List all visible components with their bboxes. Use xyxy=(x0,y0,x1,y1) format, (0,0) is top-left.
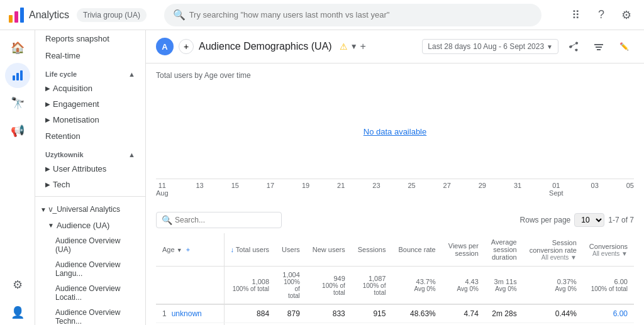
x-label-6: 23 xyxy=(372,182,380,197)
share-icon-button[interactable] xyxy=(564,36,584,57)
account-chip[interactable]: Trivia group (UA) xyxy=(77,8,147,22)
col-header-age[interactable]: Age ▼ + xyxy=(156,233,224,267)
add-comparison-icon[interactable]: + xyxy=(360,41,366,52)
cell-sessions: 49 xyxy=(352,323,392,326)
date-range-picker[interactable]: Last 28 days 10 Aug - 6 Sept 2023 ▼ xyxy=(422,39,558,54)
sidebar-group-tech[interactable]: ▶ Tech xyxy=(35,177,145,192)
sidebar-group-monetisation[interactable]: ▶ Monetisation xyxy=(35,112,145,128)
help-icon-button[interactable]: ? xyxy=(591,5,611,25)
add-report-button[interactable]: + xyxy=(179,39,194,54)
nav-reports-icon[interactable] xyxy=(5,63,30,88)
sidebar-group-engagement[interactable]: ▶ Engagement xyxy=(35,96,145,112)
col-header-conversion-rate[interactable]: Sessionconversion rateAll events ▼ xyxy=(523,233,583,267)
nav-home-icon[interactable]: 🏠 xyxy=(5,35,30,60)
sidebar-v-universal-label: v_Universal Analytics xyxy=(49,205,120,214)
table-search[interactable]: 🔍 xyxy=(156,212,282,228)
chevron-down-icon: ▼ xyxy=(177,247,182,253)
x-label-13: 05 xyxy=(626,182,634,197)
nav-configure-icon[interactable]: ⚙ xyxy=(5,272,30,297)
col-header-new-users[interactable]: New users xyxy=(306,233,352,267)
chart-x-axis: 11Aug 13 15 17 19 21 23 25 27 29 31 01Se… xyxy=(156,179,634,199)
cell-age[interactable]: unknown xyxy=(172,309,202,318)
cell-total-users: 38 xyxy=(224,323,275,326)
chevron-right-icon: ▶ xyxy=(45,101,50,107)
cell-bounce-rate: 16.33% xyxy=(392,323,441,326)
col-header-total-users[interactable]: ↓ Total users xyxy=(224,233,275,267)
sidebar-acquisition-label: Acquisition xyxy=(53,84,92,93)
grid-icon-button[interactable]: ⠿ xyxy=(566,5,586,25)
x-label-5: 21 xyxy=(337,182,345,197)
topbar-icons: ⠿ ? ⚙ xyxy=(566,5,636,25)
col-header-avg-session[interactable]: Averagesessionduration xyxy=(485,233,523,267)
cell-views-per-session: 4.74 xyxy=(442,304,485,323)
chevron-right-icon: ▶ xyxy=(45,116,50,123)
customize-icon-button[interactable] xyxy=(589,36,609,57)
sidebar-item-reports-snapshot[interactable]: Reports snapshot xyxy=(35,30,145,47)
cell-users: 879 xyxy=(275,304,306,323)
rows-per-page-label: Rows per page xyxy=(520,216,571,224)
sidebar-lifecycle-collapse[interactable]: ▲ xyxy=(128,70,135,78)
report-title-actions: ⚠ ▼ + xyxy=(340,41,366,52)
chevron-right-icon: ▶ xyxy=(45,181,50,188)
search-bar[interactable]: 🔍 xyxy=(164,4,541,26)
col-header-conversions[interactable]: ConversionsAll events ▼ xyxy=(583,233,634,267)
col-header-bounce-rate[interactable]: Bounce rate xyxy=(392,233,441,267)
nav-advertising-icon[interactable]: 📢 xyxy=(5,118,30,143)
cell-new-users: 31 xyxy=(306,323,352,326)
sidebar-group-acquisition[interactable]: ▶ Acquisition xyxy=(35,80,145,96)
sidebar-monetisation-label: Monetisation xyxy=(53,115,99,124)
sidebar-retention-label: Retention xyxy=(45,131,80,141)
sidebar-item-real-time[interactable]: Real-time xyxy=(35,47,145,64)
settings-icon-button[interactable]: ⚙ xyxy=(616,5,636,25)
x-label-12: 03 xyxy=(591,182,599,197)
date-range-label: Last 28 days xyxy=(428,42,470,51)
sidebar-deep-audience-overview[interactable]: Audience Overview (UA) xyxy=(35,233,145,257)
total-views-per-session: 4.43 Avg 0% xyxy=(442,267,485,305)
sidebar-v-universal-header[interactable]: ▼ v_Universal Analytics xyxy=(35,201,145,218)
nav-admin-icon[interactable]: 👤 xyxy=(5,300,30,325)
sidebar-section-user: Uzytkownik ▲ xyxy=(35,145,145,161)
cell-total-users: 884 xyxy=(224,304,275,323)
svg-rect-2 xyxy=(20,8,24,23)
col-header-sessions[interactable]: Sessions xyxy=(352,233,392,267)
table-totals-row: 1,008 100% of total 1,004 100% of total … xyxy=(156,267,634,305)
rows-per-page-select[interactable]: 10 25 50 xyxy=(574,213,604,227)
total-avg-session: 3m 11s Avg 0% xyxy=(485,267,523,305)
col-header-users[interactable]: Users xyxy=(275,233,306,267)
chevron-down-icon: ▼ xyxy=(48,222,54,229)
x-label-9: 29 xyxy=(479,182,486,197)
search-input[interactable] xyxy=(189,10,533,19)
col-header-views-per-session[interactable]: Views persession xyxy=(442,233,485,267)
cell-users: 38 xyxy=(275,323,306,326)
nav-explore-icon[interactable]: 🔭 xyxy=(5,91,30,116)
chevron-down-icon[interactable]: ▼ xyxy=(350,42,358,51)
sidebar-engagement-label: Engagement xyxy=(53,99,99,109)
sidebar-deep-audience-tech[interactable]: Audience Overview Techn... xyxy=(35,305,145,325)
sidebar-deep-audience-location[interactable]: Audience Overview Locati... xyxy=(35,281,145,305)
pencil-icon-button[interactable]: ✏️ xyxy=(614,36,634,57)
sidebar-group-user-attributes[interactable]: ▶ User Attributes xyxy=(35,161,145,177)
sidebar-item-retention[interactable]: Retention xyxy=(35,128,145,145)
cell-conversions: 0.00 xyxy=(583,323,634,326)
sidebar-group-audience-ua[interactable]: ▼ Audience (UA) xyxy=(35,218,145,233)
no-data-text[interactable]: No data available xyxy=(364,127,426,136)
search-icon: 🔍 xyxy=(173,9,186,21)
cell-num-age: 235-44 xyxy=(156,323,224,326)
report-header: A + Audience Demographics (UA) ⚠ ▼ + Las… xyxy=(146,30,644,63)
table-toolbar: 🔍 Rows per page 10 25 50 1-7 of 7 xyxy=(156,207,634,233)
add-col-button[interactable]: + xyxy=(186,246,190,253)
data-table: Age ▼ + ↓ Total users Users New users Se… xyxy=(156,233,634,325)
sidebar-deep-audience-language[interactable]: Audience Overview Langu... xyxy=(35,257,145,281)
table-search-input[interactable] xyxy=(175,216,276,224)
table-row: 235-44 38 38 31 49 16.33% 2.06 7m 01s 0%… xyxy=(156,323,634,326)
main-layout: 🏠 🔭 📢 ⚙ 👤 Reports snapshot Real-time Lif… xyxy=(0,30,644,325)
x-label-1: 13 xyxy=(196,182,203,197)
total-total-users: 1,008 100% of total xyxy=(224,267,275,305)
report-avatar: A xyxy=(156,38,174,55)
sidebar-user-collapse[interactable]: ▲ xyxy=(128,151,135,158)
cell-num-age: 1unknown xyxy=(156,304,224,323)
cell-conversion-rate: 0.44% xyxy=(523,304,583,323)
total-users: 1,004 100% of total xyxy=(275,267,306,305)
chart-section: Total users by Age over time No data ava… xyxy=(146,63,644,207)
table-row: 1unknown 884 879 833 915 48.63% 4.74 2m … xyxy=(156,304,634,323)
